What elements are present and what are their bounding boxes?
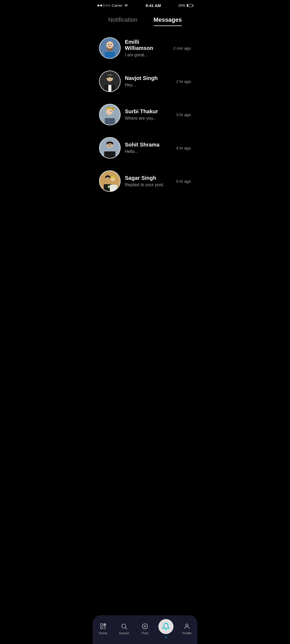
signal-dot-4 bbox=[106, 5, 107, 6]
signal-dot-3 bbox=[103, 5, 105, 6]
avatar bbox=[99, 37, 121, 59]
contact-name: Sagar Singh bbox=[125, 175, 172, 181]
message-preview: Where are you.. bbox=[125, 116, 172, 121]
svg-point-4 bbox=[108, 44, 109, 45]
svg-rect-9 bbox=[108, 85, 111, 92]
user-avatar-5 bbox=[100, 170, 120, 192]
status-right: 20% bbox=[178, 3, 193, 8]
message-item[interactable]: Sohit Shrama Hello... 4 hr ago bbox=[93, 131, 197, 164]
tab-messages[interactable]: Messages bbox=[154, 16, 182, 26]
svg-point-5 bbox=[111, 44, 112, 45]
signal-dot-1 bbox=[97, 5, 99, 6]
status-time: 9:41 AM bbox=[146, 3, 161, 8]
svg-point-28 bbox=[108, 186, 110, 188]
avatar bbox=[99, 104, 121, 125]
message-item[interactable]: Emilli Williamson I am great... 2 min ag… bbox=[93, 31, 197, 65]
message-time: 4 hr ago bbox=[176, 146, 191, 150]
svg-point-20 bbox=[108, 144, 109, 145]
signal-dot-2 bbox=[100, 5, 102, 6]
message-content: Surbi Thakur Where are you.. bbox=[121, 108, 176, 121]
contact-name: Emilli Williamson bbox=[125, 39, 169, 51]
tabs-container: Notification Messages bbox=[93, 10, 197, 26]
avatar bbox=[99, 71, 121, 92]
contact-name: Surbi Thakur bbox=[125, 108, 172, 115]
signal-icon bbox=[97, 5, 110, 6]
signal-dot-5 bbox=[108, 5, 110, 6]
message-preview: Replied to your post. bbox=[125, 182, 172, 187]
carrier-label: Carrier bbox=[112, 3, 122, 8]
svg-point-21 bbox=[110, 144, 111, 145]
avatar bbox=[99, 137, 121, 159]
message-time: 2 min ago bbox=[173, 46, 191, 50]
user-avatar-1 bbox=[100, 37, 120, 59]
message-time: 5 hr ago bbox=[176, 179, 191, 184]
svg-rect-15 bbox=[105, 118, 115, 125]
svg-rect-3 bbox=[105, 52, 115, 58]
tab-notification[interactable]: Notification bbox=[108, 16, 137, 26]
svg-point-16 bbox=[110, 111, 111, 112]
message-item[interactable]: Sagar Singh Replied to your post. 5 hr a… bbox=[93, 164, 197, 198]
contact-name: Navjot Singh bbox=[125, 75, 172, 81]
battery-percent: 20% bbox=[178, 3, 185, 8]
message-time: 2 hr ago bbox=[176, 79, 191, 84]
svg-point-11 bbox=[111, 77, 111, 78]
message-item[interactable]: Navjot Singh Hey... 2 hr ago bbox=[93, 65, 197, 98]
status-left: Carrier bbox=[97, 3, 128, 8]
user-avatar-2 bbox=[100, 71, 120, 92]
user-avatar-4 bbox=[100, 137, 120, 159]
avatar bbox=[99, 170, 121, 192]
message-preview: I am great... bbox=[125, 53, 169, 57]
message-content: Emilli Williamson I am great... bbox=[121, 39, 173, 57]
message-content: Sagar Singh Replied to your post. bbox=[121, 175, 176, 187]
message-item[interactable]: Surbi Thakur Where are you.. 3 hr ago bbox=[93, 98, 197, 131]
status-bar: Carrier 9:41 AM 20% bbox=[93, 0, 197, 10]
message-preview: Hey... bbox=[125, 83, 172, 87]
wifi-icon bbox=[124, 3, 128, 8]
svg-point-0 bbox=[126, 6, 126, 7]
message-time: 3 hr ago bbox=[176, 112, 191, 117]
message-content: Sohit Shrama Hello... bbox=[121, 142, 176, 154]
user-avatar-3 bbox=[100, 104, 120, 125]
svg-point-10 bbox=[108, 77, 109, 78]
svg-rect-19 bbox=[104, 151, 115, 158]
message-preview: Hello... bbox=[125, 149, 172, 154]
battery-icon bbox=[187, 4, 193, 7]
message-content: Navjot Singh Hey... bbox=[121, 75, 176, 87]
contact-name: Sohit Shrama bbox=[125, 142, 172, 148]
svg-rect-26 bbox=[110, 185, 117, 191]
message-list: Emilli Williamson I am great... 2 min ag… bbox=[93, 26, 197, 203]
